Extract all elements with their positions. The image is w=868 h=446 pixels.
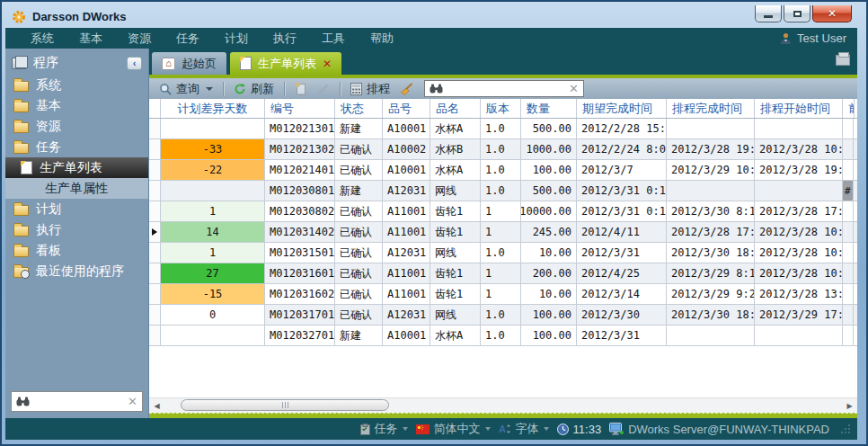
schedule-button[interactable]: 排程	[347, 80, 394, 98]
menu-item[interactable]: 资源	[115, 31, 164, 47]
sidebar-item[interactable]: 生产单列表	[5, 157, 148, 178]
table-row[interactable]: -33M012021302已确认A10002水杯B1.01000.002012/…	[149, 139, 857, 160]
row-selector[interactable]	[149, 119, 161, 138]
menu-item[interactable]: 任务	[164, 31, 212, 47]
menu-item[interactable]: 帮助	[358, 31, 406, 47]
table-row[interactable]: -22M012021401已确认A10001水杯A1.0100.002012/3…	[149, 160, 857, 181]
column-header[interactable]: 期望完成时间	[577, 99, 667, 118]
toolbar-search-input[interactable]	[447, 82, 564, 96]
table-row[interactable]: -15M012031602已确认A11001齿轮1110.002012/3/14…	[149, 284, 857, 305]
maximize-button[interactable]	[784, 5, 810, 22]
table-cell: A10001	[383, 160, 430, 180]
sidebar-item-icon	[13, 143, 29, 154]
scroll-right-icon[interactable]: ▶	[842, 398, 857, 413]
tab-list-icon[interactable]	[836, 55, 850, 66]
tab-production-order-list[interactable]: 生产单列表 ✕	[230, 52, 341, 75]
table-cell: 网线	[430, 243, 481, 263]
table-row[interactable]: M012021301新建A10001水杯A1.0500.002012/2/28 …	[149, 119, 857, 139]
sidebar-item[interactable]: 计划	[5, 199, 148, 219]
sidebar-search-input[interactable]	[35, 395, 122, 409]
sidebar-item[interactable]: 资源	[5, 116, 148, 137]
column-header[interactable]: 品名	[430, 99, 481, 118]
scroll-left-icon[interactable]: ◀	[149, 398, 164, 413]
menu-item[interactable]: 基本	[66, 31, 115, 47]
horizontal-scrollbar[interactable]: ◀ ▶	[149, 397, 857, 413]
column-header[interactable]: 版本	[481, 99, 521, 118]
sidebar-item[interactable]: 系统	[5, 75, 148, 95]
sidebar-header: 程序 ‹	[5, 51, 148, 75]
row-selector[interactable]	[149, 222, 161, 242]
row-selector[interactable]	[149, 284, 161, 304]
sidebar-spacer	[5, 281, 148, 388]
table-row[interactable]: 14M012031402已确认A11001齿轮11245.002012/4/11…	[149, 222, 857, 243]
sidebar-item[interactable]: 生产单属性	[5, 178, 148, 199]
table-cell: 500.00	[521, 181, 577, 201]
menu-item[interactable]: 工具	[309, 31, 358, 47]
menu-item[interactable]: 计划	[212, 31, 261, 47]
scrollbar-thumb[interactable]	[181, 399, 389, 411]
table-row[interactable]: 1M012031501已确认A12031网线1.010.002012/3/312…	[149, 243, 857, 263]
column-header[interactable]: 状态	[335, 99, 383, 118]
row-selector[interactable]	[149, 160, 161, 180]
task-menu[interactable]: 任务	[360, 421, 408, 437]
table-cell: 200.00	[521, 263, 577, 283]
table-cell: 网线	[430, 181, 481, 201]
menu-item[interactable]: 执行	[261, 31, 309, 47]
sidebar-collapse-button[interactable]: ‹	[127, 57, 142, 70]
table-row[interactable]: M012030801新建A12031网线1.0500.002012/3/31 0…	[149, 181, 857, 201]
column-header[interactable]: 品号	[383, 99, 430, 118]
table-cell: M012031601	[265, 263, 335, 283]
cell-flag	[843, 119, 854, 138]
sidebar-item[interactable]: 执行	[5, 219, 148, 240]
language-menu[interactable]: 简体中文	[416, 421, 491, 437]
column-header[interactable]: 前	[843, 99, 855, 118]
font-menu[interactable]: A 字体	[499, 421, 549, 437]
row-selector[interactable]	[149, 243, 161, 263]
toolbar: 查询 刷新	[149, 78, 857, 99]
query-button[interactable]: 查询	[155, 80, 217, 98]
cell-plan-diff-days: 1	[161, 201, 265, 221]
column-header[interactable]: 编号	[265, 99, 335, 118]
close-icon: ✕	[828, 8, 837, 19]
sidebar-item[interactable]: 基本	[5, 95, 148, 116]
tab-start-page[interactable]: ⌂ 起始页	[152, 52, 226, 75]
sidebar-item[interactable]: 看板	[5, 240, 148, 261]
sidebar-item[interactable]: 最近使用的程序	[5, 261, 148, 281]
column-header[interactable]: 计划差异天数	[161, 99, 265, 118]
table-row[interactable]: M012032701新建A10001水杯A1.0100.002012/3/31	[149, 326, 857, 346]
column-header[interactable]: 排程开始时间	[755, 99, 843, 118]
column-header[interactable]: 数量	[521, 99, 577, 118]
menu-item[interactable]: 系统	[18, 31, 66, 47]
close-button[interactable]: ✕	[812, 5, 852, 22]
row-selector[interactable]	[149, 201, 161, 221]
tab-close-icon[interactable]: ✕	[323, 58, 332, 69]
column-header[interactable]: 排程完成时间	[667, 99, 755, 118]
table-cell: 2012/3/29 9:20	[667, 284, 755, 304]
tabstrip: ⌂ 起始页 生产单列表 ✕	[149, 49, 857, 75]
clear-schedule-button[interactable]	[396, 80, 417, 98]
clock-item[interactable]: 11:33	[557, 423, 602, 436]
refresh-button[interactable]: 刷新	[230, 80, 278, 98]
user-area[interactable]: Test User	[780, 31, 846, 45]
row-selector[interactable]	[149, 263, 161, 283]
resize-grip[interactable]	[841, 424, 850, 433]
sidebar-item-label: 计划	[36, 201, 61, 218]
scrollbar-track[interactable]	[164, 398, 842, 413]
row-selector[interactable]	[149, 305, 161, 325]
minimize-button[interactable]	[755, 5, 782, 22]
table-row[interactable]: 0M012031701已确认A12031网线1.0100.002012/3/30…	[149, 305, 857, 326]
cell-plan-diff-days: -22	[161, 160, 265, 180]
row-selector[interactable]	[149, 139, 161, 159]
refresh-label: 刷新	[251, 81, 274, 97]
table-row[interactable]: 1M012030802已确认A11001齿轮1110000.002012/3/3…	[149, 201, 857, 222]
sidebar-search-clear-icon[interactable]: ✕	[128, 396, 137, 407]
cell-plan-diff-days: 27	[161, 263, 265, 283]
edit-button[interactable]	[314, 80, 333, 98]
row-selector[interactable]	[149, 181, 161, 201]
new-button[interactable]	[291, 80, 311, 98]
sidebar-item[interactable]: 任务	[5, 137, 148, 157]
table-row[interactable]: 27M012031601已确认A11001齿轮11200.002012/4/25…	[149, 263, 857, 284]
row-selector[interactable]	[149, 326, 161, 345]
server-item[interactable]: DWorks Server@FUNWAY-THINKPAD	[609, 423, 829, 436]
toolbar-search-clear-icon[interactable]: ✕	[569, 83, 579, 94]
